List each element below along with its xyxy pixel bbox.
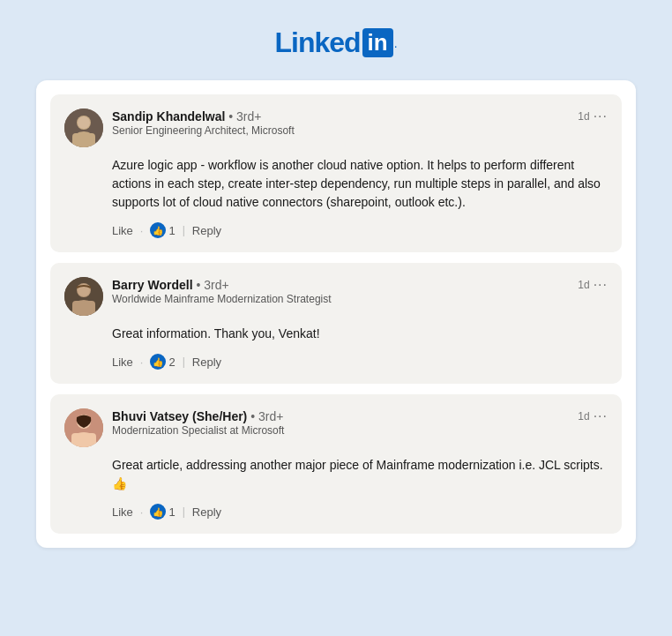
author-connection-2: • xyxy=(196,278,204,292)
comments-container: Sandip Khandelwal • 3rd+ Senior Engineer… xyxy=(36,80,636,548)
comment-header-left-2: Barry Wordell • 3rd+ Worldwide Mainframe… xyxy=(64,277,332,316)
separator-3: · xyxy=(140,505,144,519)
author-name-3: Bhuvi Vatsey (She/Her) • 3rd+ xyxy=(112,408,284,424)
comment-text-1: Azure logic app - workflow is another cl… xyxy=(64,156,608,212)
svg-rect-9 xyxy=(72,301,95,316)
comment-header-1: Sandip Khandelwal • 3rd+ Senior Engineer… xyxy=(64,108,608,147)
linkedin-logo: Linked in . xyxy=(274,26,397,59)
like-button-2[interactable]: Like xyxy=(112,355,133,369)
avatar-barry xyxy=(64,277,103,316)
svg-rect-14 xyxy=(71,433,96,447)
author-info-3: Bhuvi Vatsey (She/Her) • 3rd+ Modernizat… xyxy=(112,408,284,438)
more-options-2[interactable]: ··· xyxy=(594,277,608,293)
like-button-1[interactable]: Like xyxy=(112,224,133,237)
linkedin-box: in xyxy=(362,28,393,57)
reaction-group-3: 👍 1 xyxy=(150,504,175,520)
comment-actions-2: Like · 👍 2 | Reply xyxy=(64,354,608,370)
comment-meta-1: 1d ··· xyxy=(578,108,608,124)
comment-card-1: Sandip Khandelwal • 3rd+ Senior Engineer… xyxy=(50,94,622,252)
comment-card-2: Barry Wordell • 3rd+ Worldwide Mainframe… xyxy=(50,263,622,384)
comment-text-3: Great article, addressing another major … xyxy=(64,456,608,493)
svg-rect-4 xyxy=(72,133,95,147)
author-title-3: Modernization Specialist at Microsoft xyxy=(112,424,284,438)
avatar-bhuvi xyxy=(64,408,103,447)
author-connection-1: • xyxy=(228,109,236,123)
timestamp-1: 1d xyxy=(578,110,589,123)
author-info-1: Sandip Khandelwal • 3rd+ Senior Engineer… xyxy=(112,108,295,138)
author-name-2: Barry Wordell • 3rd+ xyxy=(112,277,332,293)
avatar-sandip xyxy=(64,108,103,147)
author-name-1: Sandip Khandelwal • 3rd+ xyxy=(112,108,295,124)
more-options-1[interactable]: ··· xyxy=(594,108,608,124)
author-title-2: Worldwide Mainframe Modernization Strate… xyxy=(112,293,332,307)
comment-header-3: Bhuvi Vatsey (She/Her) • 3rd+ Modernizat… xyxy=(64,408,608,447)
reaction-group-2: 👍 2 xyxy=(150,354,175,370)
comment-actions-1: Like · 👍 1 | Reply xyxy=(64,222,608,238)
timestamp-3: 1d xyxy=(578,410,589,423)
linkedin-wordmark: Linked xyxy=(274,26,360,59)
comment-header-2: Barry Wordell • 3rd+ Worldwide Mainframe… xyxy=(64,277,608,316)
comment-header-left-1: Sandip Khandelwal • 3rd+ Senior Engineer… xyxy=(64,108,295,147)
action-separator-3: | xyxy=(183,505,185,518)
reply-button-2[interactable]: Reply xyxy=(192,355,221,369)
reply-button-1[interactable]: Reply xyxy=(192,224,221,237)
action-separator-2: | xyxy=(183,355,185,368)
reaction-group-1: 👍 1 xyxy=(150,222,175,238)
reaction-count-2: 2 xyxy=(168,355,175,369)
more-options-3[interactable]: ··· xyxy=(594,408,608,424)
comment-meta-2: 1d ··· xyxy=(578,277,608,293)
linkedin-trademark: . xyxy=(394,36,398,50)
author-title-1: Senior Engineering Architect, Microsoft xyxy=(112,124,295,138)
action-separator-1: | xyxy=(183,224,185,236)
comment-text-2: Great information. Thank you, Venkat! xyxy=(64,325,608,343)
author-info-2: Barry Wordell • 3rd+ Worldwide Mainframe… xyxy=(112,277,332,307)
thumbs-icon-2: 👍 xyxy=(150,354,166,370)
reaction-count-1: 1 xyxy=(168,224,175,237)
timestamp-2: 1d xyxy=(578,279,589,291)
like-button-3[interactable]: Like xyxy=(112,505,133,519)
comment-actions-3: Like · 👍 1 | Reply xyxy=(64,504,608,520)
author-connection-3: • xyxy=(250,409,258,423)
reaction-count-3: 1 xyxy=(168,505,175,519)
separator-1: · xyxy=(140,224,144,237)
comment-meta-3: 1d ··· xyxy=(578,408,608,424)
separator-2: · xyxy=(140,355,144,369)
thumbs-icon-1: 👍 xyxy=(150,222,166,238)
comment-header-left-3: Bhuvi Vatsey (She/Her) • 3rd+ Modernizat… xyxy=(64,408,284,447)
comment-card-3: Bhuvi Vatsey (She/Her) • 3rd+ Modernizat… xyxy=(50,394,622,534)
reply-button-3[interactable]: Reply xyxy=(192,505,221,519)
thumbs-icon-3: 👍 xyxy=(150,504,166,520)
svg-point-3 xyxy=(78,116,90,129)
